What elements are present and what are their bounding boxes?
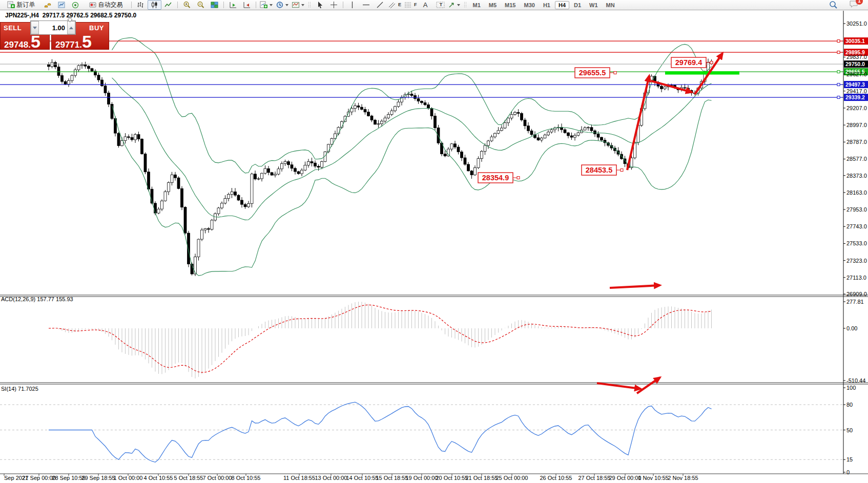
- svg-text:27533.0: 27533.0: [846, 240, 867, 246]
- timeframe-m15[interactable]: M15: [501, 1, 519, 9]
- svg-text:29497.3: 29497.3: [845, 81, 865, 88]
- bar-chart-icon[interactable]: [134, 0, 148, 10]
- timeframe-w1[interactable]: W1: [586, 1, 602, 9]
- trend-arrow[interactable]: [627, 76, 649, 170]
- svg-text:29655.5: 29655.5: [579, 69, 606, 77]
- zoom-in-icon[interactable]: [180, 0, 194, 10]
- toolbar-right-group: 1: [829, 0, 868, 10]
- line-chart-icon[interactable]: [161, 0, 175, 10]
- macd-indicator-label: ACD(12,26,9) 157.77 155.93: [1, 296, 73, 302]
- dropdown-caret-icon: [285, 4, 288, 6]
- svg-text:25 Oct 00:00: 25 Oct 00:00: [496, 475, 528, 481]
- auto-trading-icon: [89, 1, 97, 9]
- market-watch-icon[interactable]: [54, 0, 68, 10]
- sell-label: SELL: [4, 24, 22, 32]
- templates-button[interactable]: [290, 0, 306, 10]
- chart-shift-icon[interactable]: [240, 0, 254, 10]
- rsi-indicator-label: SI(14) 71.7025: [1, 386, 38, 392]
- toolbar-drag-handle[interactable]: [308, 2, 311, 8]
- channel-glyph: E: [398, 3, 401, 7]
- candlestick-chart-icon[interactable]: [148, 0, 161, 10]
- vertical-line-tool-icon[interactable]: [345, 0, 359, 10]
- svg-text:27953.0: 27953.0: [846, 206, 867, 213]
- svg-text:29417.0: 29417.0: [846, 88, 867, 94]
- notifications-button[interactable]: 1: [849, 0, 859, 10]
- volume-input[interactable]: 1.00: [39, 21, 67, 34]
- svg-text:11 Oct 18:55: 11 Oct 18:55: [283, 475, 315, 481]
- search-icon[interactable]: [829, 1, 838, 9]
- svg-text:28453.5: 28453.5: [586, 166, 612, 174]
- trend-arrow[interactable]: [610, 285, 660, 288]
- svg-text:29 Sep 18:55: 29 Sep 18:55: [81, 475, 115, 481]
- svg-text:29769.4: 29769.4: [675, 58, 702, 67]
- buy-price: 29771.5: [55, 35, 92, 49]
- text-label-glyph: T: [440, 3, 443, 7]
- period-button[interactable]: [274, 0, 290, 10]
- equidistant-channel-tool-icon[interactable]: E: [387, 0, 403, 10]
- svg-text:0: 0: [846, 469, 850, 475]
- svg-text:30251.0: 30251.0: [846, 20, 867, 27]
- new-order-button[interactable]: 新订单: [2, 0, 40, 10]
- svg-text:28997.0: 28997.0: [846, 122, 867, 128]
- svg-text:277.81: 277.81: [846, 299, 864, 305]
- svg-text:29 Oct 00:00: 29 Oct 00:00: [609, 475, 642, 481]
- svg-text:0.00: 0.00: [846, 325, 857, 331]
- zoom-out-icon[interactable]: [194, 0, 208, 10]
- arrows-tool-icon[interactable]: [446, 0, 462, 10]
- one-click-trading-panel: SELL 29748.5 BUY 29771.5 1.00: [0, 20, 109, 51]
- signals-icon[interactable]: [68, 0, 82, 10]
- timeframe-d1[interactable]: D1: [570, 1, 585, 9]
- svg-text:27 Oct 18:55: 27 Oct 18:55: [578, 475, 611, 481]
- svg-text:7 Oct 00:00: 7 Oct 00:00: [203, 475, 232, 481]
- auto-trading-button[interactable]: 自动交易: [82, 0, 129, 10]
- toolbar-drag-handle[interactable]: [464, 2, 467, 8]
- gold-icon[interactable]: [40, 0, 54, 10]
- price-lines-layer[interactable]: [0, 40, 843, 99]
- svg-text:28354.9: 28354.9: [482, 174, 509, 182]
- timeframe-m1[interactable]: M1: [469, 1, 484, 9]
- svg-text:26909.0: 26909.0: [846, 291, 867, 297]
- svg-text:28 Sep 10:55: 28 Sep 10:55: [52, 475, 85, 481]
- svg-text:28787.0: 28787.0: [846, 139, 867, 145]
- text-tool-icon[interactable]: A: [419, 0, 432, 10]
- timeframe-mn[interactable]: MN: [603, 1, 618, 9]
- dropdown-caret-icon: [301, 4, 304, 6]
- timeframe-h1[interactable]: H1: [540, 1, 554, 9]
- volume-decrease-button[interactable]: [31, 21, 39, 34]
- volume-increase-button[interactable]: [67, 21, 75, 34]
- tile-windows-icon[interactable]: [208, 0, 221, 10]
- horizontal-line-tool-icon[interactable]: [359, 0, 373, 10]
- svg-text:28373.0: 28373.0: [846, 173, 867, 179]
- svg-text:29627.0: 29627.0: [846, 71, 867, 77]
- svg-text:14 Oct 10:55: 14 Oct 10:55: [346, 475, 379, 481]
- svg-text:27113.0: 27113.0: [846, 275, 866, 281]
- svg-text:4 Oct 10:55: 4 Oct 10:55: [144, 475, 173, 481]
- text-tool-glyph: A: [423, 1, 428, 9]
- fibonacci-tool-icon[interactable]: F: [403, 0, 419, 10]
- timeframe-m5[interactable]: M5: [485, 1, 500, 9]
- svg-text:29339.2: 29339.2: [845, 94, 865, 100]
- toolbar: 新订单 自动交易: [0, 0, 868, 10]
- svg-text:27743.0: 27743.0: [846, 223, 867, 229]
- up-arrow-icon: [69, 27, 73, 29]
- trend-arrow[interactable]: [651, 81, 692, 92]
- auto-scroll-icon[interactable]: [226, 0, 240, 10]
- trend-arrow[interactable]: [637, 377, 660, 393]
- svg-text:20 Oct 10:55: 20 Oct 10:55: [436, 475, 468, 481]
- toolbar-separator: [343, 2, 343, 8]
- rsi-layer: [0, 402, 843, 462]
- text-label-tool-icon[interactable]: T: [432, 0, 446, 10]
- trendline-tool-icon[interactable]: [373, 0, 387, 10]
- svg-text:29750.0: 29750.0: [845, 61, 865, 67]
- crosshair-tool-icon[interactable]: [327, 0, 341, 10]
- new-chart-button[interactable]: [258, 0, 274, 10]
- svg-text:15 Oct 18:55: 15 Oct 18:55: [376, 475, 408, 481]
- new-order-label: 新订单: [17, 1, 35, 9]
- timeframe-m30[interactable]: M30: [520, 1, 538, 9]
- cursor-tool-icon[interactable]: [313, 0, 327, 10]
- svg-text:100: 100: [846, 385, 856, 391]
- timeframe-h4[interactable]: H4: [555, 1, 569, 9]
- svg-text:30035.1: 30035.1: [845, 38, 865, 44]
- volume-control: 1.00: [30, 20, 76, 35]
- macd-layer: [49, 302, 712, 379]
